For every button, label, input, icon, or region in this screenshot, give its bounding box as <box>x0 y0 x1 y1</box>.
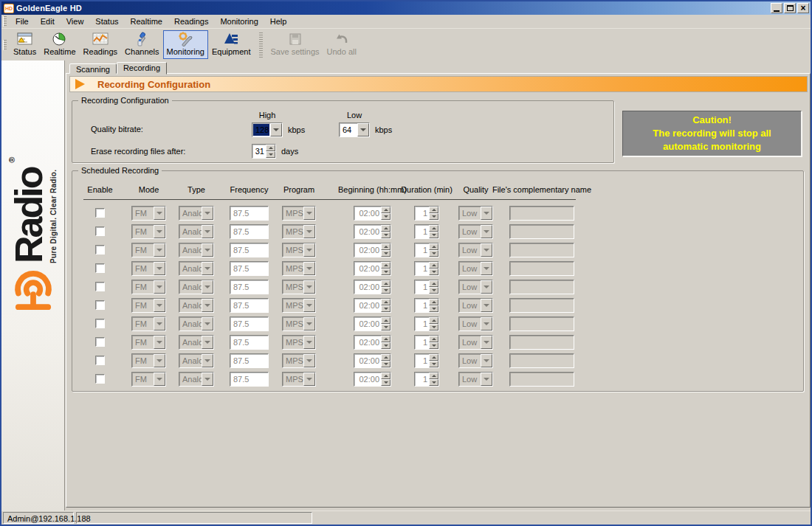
mode-select[interactable]: FM <box>131 243 166 257</box>
mode-select[interactable]: FM <box>131 280 166 294</box>
quality-select[interactable]: Low <box>458 224 493 239</box>
enable-checkbox[interactable] <box>95 226 105 236</box>
type-select[interactable]: Analog <box>179 316 214 331</box>
tab-scanning[interactable]: Scanning <box>69 63 117 74</box>
quality-select[interactable]: Low <box>458 298 493 313</box>
enable-checkbox[interactable] <box>95 319 105 328</box>
quality-select[interactable]: Low <box>458 316 493 331</box>
menu-view[interactable]: View <box>61 15 90 27</box>
quality-select[interactable]: Low <box>458 243 493 257</box>
beginning-stepper[interactable]: 02:00 <box>354 206 391 221</box>
type-select[interactable]: Analog <box>179 280 214 294</box>
beginning-stepper[interactable]: 02:00 <box>354 280 391 294</box>
mode-select[interactable]: FM <box>131 316 166 331</box>
enable-checkbox[interactable] <box>95 263 105 273</box>
frequency-field[interactable]: 87.5 <box>230 353 269 368</box>
mode-select[interactable]: FM <box>131 372 166 387</box>
enable-checkbox[interactable] <box>95 208 105 218</box>
beginning-stepper[interactable]: 02:00 <box>354 261 391 276</box>
beginning-stepper[interactable]: 02:00 <box>354 298 391 313</box>
quality-select[interactable]: Low <box>458 261 493 276</box>
file-name-field[interactable] <box>509 316 574 331</box>
undo-all-button[interactable]: Undo all <box>323 30 360 59</box>
duration-stepper[interactable]: 1 <box>414 243 439 257</box>
duration-stepper[interactable]: 1 <box>414 298 439 313</box>
file-name-field[interactable] <box>509 280 574 294</box>
maximize-button[interactable] <box>784 3 796 13</box>
duration-stepper[interactable]: 1 <box>414 206 439 221</box>
program-select[interactable]: MPS <box>282 372 316 387</box>
type-select[interactable]: Analog <box>179 206 214 221</box>
quality-select[interactable]: Low <box>458 280 493 294</box>
beginning-stepper[interactable]: 02:00 <box>354 335 391 350</box>
toolbar-monitoring-button[interactable]: Monitoring <box>163 30 208 59</box>
type-select[interactable]: Analog <box>179 243 214 257</box>
menu-file[interactable]: File <box>10 15 35 27</box>
frequency-field[interactable]: 87.5 <box>230 316 269 331</box>
program-select[interactable]: MPS <box>282 280 316 294</box>
menu-monitoring[interactable]: Monitoring <box>214 15 264 27</box>
close-button[interactable]: × <box>797 3 809 13</box>
beginning-stepper[interactable]: 02:00 <box>354 372 391 387</box>
enable-checkbox[interactable] <box>95 245 105 255</box>
file-name-field[interactable] <box>509 224 574 239</box>
duration-stepper[interactable]: 1 <box>414 372 439 387</box>
type-select[interactable]: Analog <box>179 353 214 368</box>
enable-checkbox[interactable] <box>95 337 105 347</box>
quality-select[interactable]: Low <box>458 335 493 350</box>
minimize-button[interactable] <box>771 3 782 13</box>
file-name-field[interactable] <box>509 298 574 313</box>
enable-checkbox[interactable] <box>95 282 105 291</box>
mode-select[interactable]: FM <box>131 298 166 313</box>
program-select[interactable]: MPS <box>282 298 316 313</box>
mode-select[interactable]: FM <box>131 206 166 221</box>
program-select[interactable]: MPS <box>282 243 316 257</box>
menu-status[interactable]: Status <box>89 15 124 27</box>
frequency-field[interactable]: 87.5 <box>230 335 269 350</box>
type-select[interactable]: Analog <box>179 372 214 387</box>
duration-stepper[interactable]: 1 <box>414 224 439 239</box>
frequency-field[interactable]: 87.5 <box>230 243 269 257</box>
duration-stepper[interactable]: 1 <box>414 261 439 276</box>
program-select[interactable]: MPS <box>282 316 316 331</box>
frequency-field[interactable]: 87.5 <box>230 298 269 313</box>
mode-select[interactable]: FM <box>131 261 166 276</box>
low-bitrate-select[interactable]: 64 <box>339 122 370 137</box>
frequency-field[interactable]: 87.5 <box>230 224 269 239</box>
duration-stepper[interactable]: 1 <box>414 335 439 350</box>
mode-select[interactable]: FM <box>131 224 166 239</box>
program-select[interactable]: MPS <box>282 206 316 221</box>
file-name-field[interactable] <box>509 372 574 387</box>
save-settings-button[interactable]: Save settings <box>267 30 323 59</box>
frequency-field[interactable]: 87.5 <box>230 280 269 294</box>
toolbar-readings-button[interactable]: Readings <box>80 30 121 59</box>
menu-edit[interactable]: Edit <box>35 15 61 27</box>
duration-stepper[interactable]: 1 <box>414 316 439 331</box>
mode-select[interactable]: FM <box>131 353 166 368</box>
toolbar-status-button[interactable]: Status <box>10 30 40 59</box>
file-name-field[interactable] <box>509 353 574 368</box>
toolbar-channels-button[interactable]: Channels <box>121 30 162 59</box>
type-select[interactable]: Analog <box>179 298 214 313</box>
toolbar-equipment-button[interactable]: Equipment <box>208 30 255 59</box>
menu-realtime[interactable]: Realtime <box>125 15 168 27</box>
beginning-stepper[interactable]: 02:00 <box>354 243 391 257</box>
file-name-field[interactable] <box>509 261 574 276</box>
quality-select[interactable]: Low <box>458 353 493 368</box>
toolbar-realtime-button[interactable]: Realtime <box>40 30 79 59</box>
program-select[interactable]: MPS <box>282 353 316 368</box>
high-bitrate-select[interactable]: 128 <box>252 122 283 137</box>
program-select[interactable]: MPS <box>282 224 316 239</box>
type-select[interactable]: Analog <box>179 224 214 239</box>
duration-stepper[interactable]: 1 <box>414 353 439 368</box>
frequency-field[interactable]: 87.5 <box>230 261 269 276</box>
mode-select[interactable]: FM <box>131 335 166 350</box>
menu-help[interactable]: Help <box>264 15 293 27</box>
file-name-field[interactable] <box>509 206 574 221</box>
quality-select[interactable]: Low <box>458 372 493 387</box>
enable-checkbox[interactable] <box>95 300 105 310</box>
beginning-stepper[interactable]: 02:00 <box>354 224 391 239</box>
enable-checkbox[interactable] <box>95 356 105 365</box>
erase-days-stepper[interactable]: 31 <box>252 144 276 159</box>
beginning-stepper[interactable]: 02:00 <box>354 353 391 368</box>
